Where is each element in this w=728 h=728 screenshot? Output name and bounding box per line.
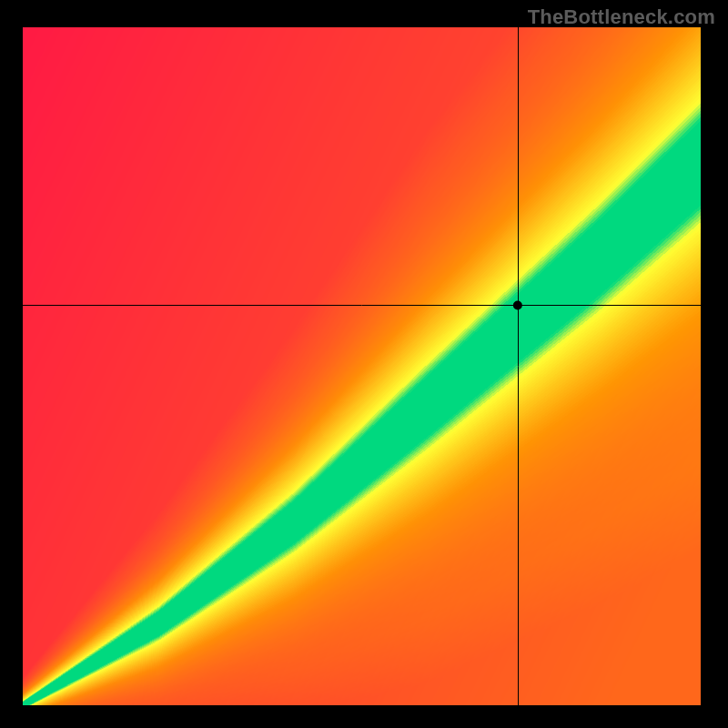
plot-area	[23, 27, 701, 705]
heatmap-canvas	[23, 27, 701, 705]
chart-container: TheBottleneck.com	[0, 0, 728, 728]
brand-watermark: TheBottleneck.com	[528, 5, 715, 29]
